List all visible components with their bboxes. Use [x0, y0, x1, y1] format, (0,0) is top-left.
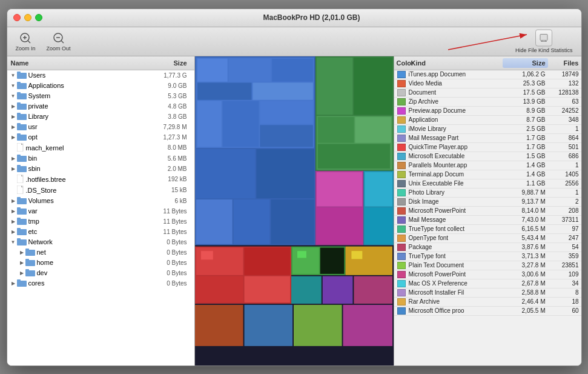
stats-row[interactable]: Photo Library9,88.7 M1: [394, 189, 581, 198]
svg-rect-48: [25, 249, 29, 251]
stats-row[interactable]: Video Media25.3 GB132: [394, 79, 581, 88]
stats-row[interactable]: Application8.7 GB348: [394, 116, 581, 125]
minimize-button[interactable]: [24, 14, 31, 21]
tree-item[interactable]: ▶cores0 Bytes: [7, 278, 194, 289]
tree-expand-arrow[interactable]: [10, 176, 17, 183]
tree-expand-arrow[interactable]: [10, 187, 17, 194]
stats-row[interactable]: TrueType font3,71.3 M359: [394, 252, 581, 261]
color-swatch: [397, 271, 406, 278]
tree-item[interactable]: ▶net0 Bytes: [7, 247, 194, 258]
stats-table[interactable]: iTunes.app Documen1,06.2 G18749Video Med…: [394, 70, 581, 366]
stats-row[interactable]: iMovie Library2.5 GB1: [394, 125, 581, 134]
tree-item[interactable]: ▼System5.3 GB: [7, 91, 194, 101]
stats-row[interactable]: Disk Image9,13.7 M2: [394, 198, 581, 207]
tree-expand-arrow[interactable]: ▼: [10, 72, 17, 79]
color-swatch: [397, 235, 406, 242]
stats-row[interactable]: Zip Archive13.9 GB63: [394, 98, 581, 107]
tree-expand-arrow[interactable]: ▶: [10, 279, 17, 287]
stats-row[interactable]: QuickTime Player.app1.7 GB501: [394, 143, 581, 152]
tree-expand-arrow[interactable]: ▼: [10, 238, 17, 245]
stats-row[interactable]: Terminal.app Docum1.4 GB1405: [394, 170, 581, 179]
tree-expand-arrow[interactable]: ▶: [10, 102, 17, 110]
stats-row[interactable]: Microsoft PowerPoint3,00.6 M109: [394, 270, 581, 279]
close-button[interactable]: [13, 14, 21, 21]
stats-row[interactable]: Microsoft PowerPoint8,14.0 M208: [394, 207, 581, 216]
tree-item[interactable]: ▶Volumes6 kB: [7, 196, 194, 206]
tree-item-name: mach_kernel: [26, 144, 144, 152]
stats-row[interactable]: iTunes.app Documen1,06.2 G18749: [394, 70, 581, 79]
tree-item[interactable]: ▶opt1,27.3 M: [7, 132, 194, 142]
file-tree-header: Name Size: [7, 56, 194, 70]
stats-row[interactable]: Microsoft Office proo2,05.5 M60: [394, 307, 581, 316]
tree-expand-arrow[interactable]: ▼: [10, 92, 17, 99]
tree-expand-arrow[interactable]: [10, 144, 17, 152]
files-value: 18: [548, 298, 581, 305]
tree-item-name: cores: [28, 279, 144, 287]
svg-rect-68: [197, 101, 221, 147]
tree-expand-arrow[interactable]: ▶: [18, 249, 25, 256]
stats-row[interactable]: TrueType font collect6,16.5 M97: [394, 225, 581, 234]
hide-stats-button[interactable]: Hide File Kind Statistics: [515, 30, 573, 53]
tree-item[interactable]: ▶tmp11 Bytes: [7, 216, 194, 227]
tree-expand-arrow[interactable]: ▶: [10, 197, 17, 204]
folder-icon: [25, 248, 35, 257]
svg-rect-54: [17, 279, 21, 282]
maximize-button[interactable]: [35, 14, 42, 21]
tree-item[interactable]: ▶dev0 Bytes: [7, 268, 194, 278]
tree-expand-arrow[interactable]: ▶: [18, 269, 25, 276]
tree-item[interactable]: ▶usr7,29.8 M: [7, 122, 194, 132]
tree-item[interactable]: ▶private4.8 GB: [7, 101, 194, 112]
stats-row[interactable]: Plain Text Document3,27.8 M23851: [394, 261, 581, 270]
stats-row[interactable]: Package3,87.6 M54: [394, 243, 581, 252]
stats-row[interactable]: Parallels Mounter.app1.4 GB1: [394, 161, 581, 170]
svg-rect-64: [228, 58, 271, 81]
stats-row[interactable]: OpenType font5,43.4 M247: [394, 234, 581, 243]
tree-expand-arrow[interactable]: ▶: [10, 123, 17, 130]
stats-row[interactable]: Unix Executable File1.1 GB2556: [394, 179, 581, 189]
tree-expand-arrow[interactable]: ▶: [10, 133, 17, 141]
tree-item[interactable]: mach_kernel8.0 MB: [7, 142, 194, 153]
tree-item[interactable]: ▶bin5.6 MB: [7, 153, 194, 164]
tree-item[interactable]: ▶sbin2.0 MB: [7, 164, 194, 174]
zoom-in-button[interactable]: Zoom In: [16, 32, 36, 52]
stats-row[interactable]: Microsoft Executable1.5 GB686: [394, 152, 581, 161]
stats-row[interactable]: Mail Message Part1.7 GB864: [394, 134, 581, 143]
tree-item[interactable]: ▼Applications9.0 GB: [7, 81, 194, 91]
tree-item-size: 11 Bytes: [144, 218, 192, 225]
tree-expand-arrow[interactable]: ▶: [10, 165, 17, 172]
tree-item-name: Library: [28, 113, 144, 120]
color-swatch: [397, 171, 406, 178]
tree-item[interactable]: ▶Library3.8 GB: [7, 112, 194, 122]
tree-expand-arrow[interactable]: ▶: [10, 228, 17, 235]
size-value: 17.5 GB: [503, 89, 548, 96]
tree-item[interactable]: ▶var11 Bytes: [7, 206, 194, 216]
folder-icon: [17, 122, 27, 132]
tree-expand-arrow[interactable]: ▶: [18, 259, 25, 266]
color-swatch: [397, 253, 406, 260]
tree-expand-arrow[interactable]: ▶: [10, 218, 17, 225]
stats-row[interactable]: Document17.5 GB128138: [394, 88, 581, 98]
color-swatch: [397, 162, 406, 169]
tree-item[interactable]: ▶home0 Bytes: [7, 258, 194, 268]
tree-item[interactable]: ▼Users1,77.3 G: [7, 70, 194, 81]
tree-item[interactable]: .hotfiles.btree192 kB: [7, 174, 194, 185]
stats-row[interactable]: Rar Archive2,46.4 M18: [394, 298, 581, 307]
stats-row[interactable]: Mac OS X Preference2,67.8 M34: [394, 279, 581, 289]
svg-rect-96: [322, 276, 352, 303]
tree-expand-arrow[interactable]: ▶: [10, 155, 17, 162]
zoom-out-button[interactable]: Zoom Out: [47, 32, 71, 52]
stats-row[interactable]: Preview.app Docume8.9 GB24252: [394, 107, 581, 116]
col-size-header: Size: [503, 58, 548, 68]
svg-rect-73: [316, 57, 352, 114]
stats-row[interactable]: Microsoft Installer Fil2,58.8 M8: [394, 289, 581, 298]
tree-expand-arrow[interactable]: ▶: [10, 207, 17, 215]
stats-panel: Color Kind Size Files iTunes.app Documen…: [394, 56, 581, 366]
tree-item[interactable]: ▼Network0 Bytes: [7, 237, 194, 247]
tree-expand-arrow[interactable]: ▶: [10, 113, 17, 120]
tree-expand-arrow[interactable]: ▼: [10, 82, 17, 89]
file-tree[interactable]: ▼Users1,77.3 G▼Applications9.0 GB▼System…: [7, 70, 194, 366]
size-value: 1,06.2 G: [503, 71, 548, 78]
tree-item[interactable]: .DS_Store15 kB: [7, 185, 194, 196]
tree-item[interactable]: ▶etc11 Bytes: [7, 227, 194, 237]
stats-row[interactable]: Mail Message7,43.0 M37311: [394, 216, 581, 225]
